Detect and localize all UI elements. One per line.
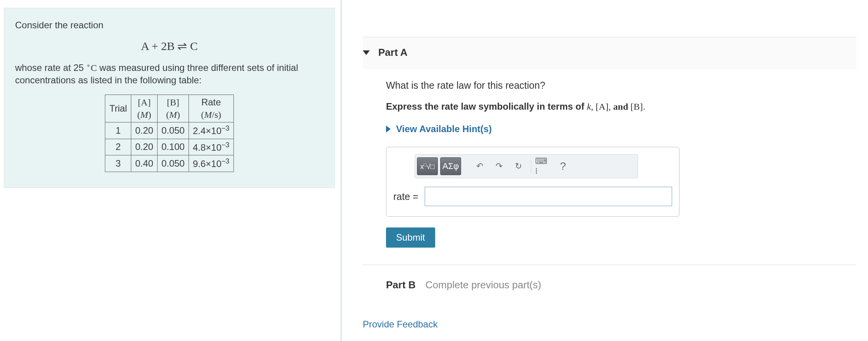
answer-input[interactable]: [425, 187, 672, 206]
col-a-top: [A]: [135, 96, 153, 108]
table-row: 3 0.40 0.050 9.6×10−3: [105, 155, 233, 172]
help-button[interactable]: ?: [554, 158, 571, 175]
cell-a: 0.20: [131, 139, 158, 155]
page: Consider the reaction A + 2B ⇌ C whose r…: [0, 0, 868, 341]
chevron-right-icon: [386, 126, 391, 133]
col-rate-bot: (M/s): [193, 108, 230, 121]
templates-button[interactable]: x□√□: [417, 157, 438, 175]
stimulus-box: Consider the reaction A + 2B ⇌ C whose r…: [4, 8, 335, 188]
part-a-title: Part A: [378, 46, 408, 59]
col-b: [B] (M): [157, 95, 189, 122]
temperature-unit: ∘C: [86, 63, 97, 73]
instruction-pre: Express the rate law symbolically in ter…: [386, 101, 587, 112]
view-hints-button[interactable]: View Available Hint(s): [386, 124, 856, 134]
part-a-header[interactable]: Part A: [363, 37, 856, 68]
question-column: Part A What is the rate law for this rea…: [341, 0, 868, 341]
reaction-equation: A + 2B ⇌ C: [15, 31, 324, 61]
cell-trial: 1: [105, 122, 131, 139]
cell-rate: 2.4×10−3: [189, 122, 233, 139]
stimulus-column: Consider the reaction A + 2B ⇌ C whose r…: [0, 0, 341, 341]
part-b-status: Complete previous part(s): [425, 279, 541, 291]
cell-trial: 3: [105, 155, 131, 172]
col-a: [A] (M): [131, 95, 158, 122]
question-text: What is the rate law for this reaction?: [386, 80, 856, 91]
col-rate-top: Rate: [193, 96, 230, 108]
col-b-top: [B]: [161, 96, 185, 108]
toolbar-divider: [531, 160, 531, 173]
cell-b: 0.050: [157, 155, 189, 172]
intro-text-pre: whose rate at 25: [15, 62, 86, 73]
keyboard-button[interactable]: ⌨ ⁞: [535, 158, 552, 175]
greek-button[interactable]: ΑΣφ: [440, 157, 461, 175]
answer-row: rate =: [393, 187, 672, 206]
table-header-row: Trial [A] (M) [B] (M) Rate (M/s): [105, 95, 233, 122]
chevron-down-icon: [363, 50, 370, 55]
cell-rate: 9.6×10−3: [189, 155, 233, 172]
section-divider: [363, 265, 856, 265]
intro-line-1: Consider the reaction: [15, 19, 324, 31]
cell-rate: 4.8×10−3: [189, 139, 233, 155]
col-a-bot: (M): [135, 108, 153, 121]
undo-button[interactable]: ↶: [471, 158, 488, 175]
reset-button[interactable]: ↻: [510, 158, 527, 175]
cell-b: 0.050: [157, 122, 189, 139]
submit-button[interactable]: Submit: [386, 227, 435, 248]
redo-button[interactable]: ↷: [491, 158, 508, 175]
table-row: 1 0.20 0.050 2.4×10−3: [105, 122, 233, 139]
intro-line-2: whose rate at 25 ∘C was measured using t…: [15, 61, 324, 87]
col-rate: Rate (M/s): [189, 95, 233, 122]
instruction-text: Express the rate law symbolically in ter…: [386, 101, 856, 112]
answer-prefix: rate =: [393, 191, 419, 202]
data-table: Trial [A] (M) [B] (M) Rate (M/s): [105, 95, 233, 172]
col-b-bot: (M): [161, 108, 185, 121]
col-trial: Trial: [105, 95, 131, 122]
answer-box: x□√□ ΑΣφ ↶ ↷ ↻ ⌨ ⁞ ? rate =: [386, 147, 679, 217]
provide-feedback-link[interactable]: Provide Feedback: [363, 319, 856, 330]
cell-b: 0.100: [157, 139, 189, 155]
part-a-body: What is the rate law for this reaction? …: [363, 68, 856, 330]
table-row: 2 0.20 0.100 4.8×10−3: [105, 139, 233, 155]
equation-toolbar: x□√□ ΑΣφ ↶ ↷ ↻ ⌨ ⁞ ?: [415, 154, 638, 178]
cell-a: 0.40: [131, 155, 158, 172]
part-b-row: Part B Complete previous part(s): [386, 279, 856, 291]
hints-label: View Available Hint(s): [396, 124, 492, 134]
cell-a: 0.20: [131, 122, 158, 139]
part-b-label: Part B: [386, 279, 416, 291]
cell-trial: 2: [105, 139, 131, 155]
